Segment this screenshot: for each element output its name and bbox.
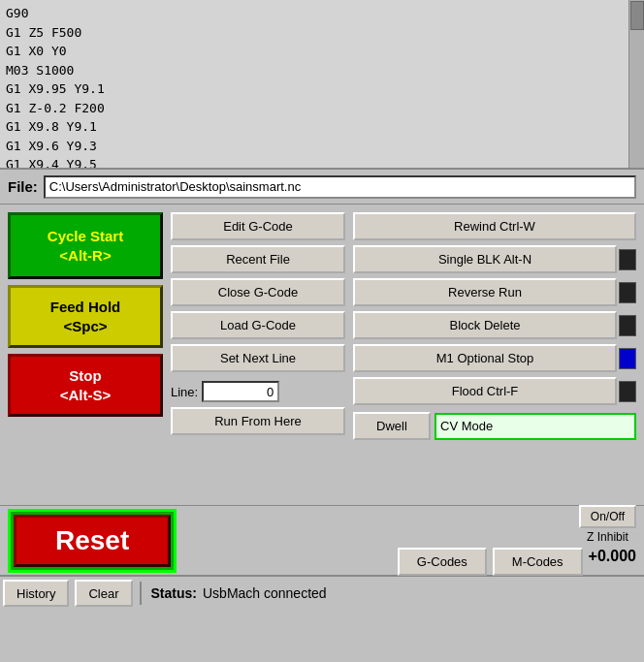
main-controls: Cycle Start <Alt-R> Feed Hold <Spc> Stop… <box>0 205 644 505</box>
reset-button-wrapper: Reset <box>8 509 177 573</box>
reverse-run-button[interactable]: Reverse Run <box>353 278 617 306</box>
flood-indicator <box>619 381 636 402</box>
middle-controls: Edit G-Code Recent File Close G-Code Loa… <box>171 212 345 497</box>
optional-stop-indicator <box>619 348 636 369</box>
close-gcode-button[interactable]: Close G-Code <box>171 278 345 306</box>
reset-button[interactable]: Reset <box>14 515 171 567</box>
status-bar: History Clear Status: UsbMach connected <box>0 575 644 610</box>
cycle-start-button[interactable]: Cycle Start <Alt-R> <box>8 212 163 279</box>
z-value-display: +0.000 <box>589 548 636 576</box>
gcode-line: G1 X0 Y0 <box>6 42 638 61</box>
status-label: Status: <box>151 585 197 601</box>
block-delete-button[interactable]: Block Delete <box>353 311 617 339</box>
left-controls: Cycle Start <Alt-R> Feed Hold <Spc> Stop… <box>8 212 163 497</box>
file-label: File: <box>8 178 38 195</box>
z-inhibit-label: Z Inhibit <box>587 530 628 544</box>
gcode-line: M03 S1000 <box>6 61 638 80</box>
optional-stop-row: M1 Optional Stop <box>353 344 636 372</box>
flood-row: Flood Ctrl-F <box>353 377 636 405</box>
mcodes-button[interactable]: M-Codes <box>493 548 583 576</box>
status-value: UsbMach connected <box>203 585 327 601</box>
line-number-input[interactable] <box>202 381 279 402</box>
run-from-here-button[interactable]: Run From Here <box>171 407 345 435</box>
gcode-line: G1 X9.4 Y9.5 <box>6 155 638 170</box>
right-controls: Rewind Ctrl-W Single BLK Alt-N Reverse R… <box>353 212 636 497</box>
gcode-list: G90 G1 Z5 F500 G1 X0 Y0 M03 S1000 G1 X9.… <box>0 0 644 170</box>
history-button[interactable]: History <box>3 580 69 607</box>
stop-button[interactable]: Stop <Alt-S> <box>8 354 163 417</box>
single-blk-row: Single BLK Alt-N <box>353 245 636 273</box>
feed-hold-button[interactable]: Feed Hold <Spc> <box>8 285 163 348</box>
rewind-button[interactable]: Rewind Ctrl-W <box>353 212 636 240</box>
gcode-line: G90 <box>6 4 638 23</box>
status-separator <box>140 582 142 605</box>
gcode-display: G90 G1 Z5 F500 G1 X0 Y0 M03 S1000 G1 X9.… <box>0 0 644 170</box>
gcode-line: G1 Z-0.2 F200 <box>6 99 638 118</box>
scrollbar-thumb[interactable] <box>630 1 644 30</box>
optional-stop-button[interactable]: M1 Optional Stop <box>353 344 617 372</box>
block-delete-row: Block Delete <box>353 311 636 339</box>
dwell-button[interactable]: Dwell <box>353 412 431 440</box>
gcode-line: G1 X9.95 Y9.1 <box>6 79 638 99</box>
cv-mode-input[interactable] <box>435 413 636 440</box>
recent-file-button[interactable]: Recent File <box>171 245 345 273</box>
file-path-input[interactable] <box>44 175 636 199</box>
gcode-line: G1 Z5 F500 <box>6 23 638 43</box>
gcodes-button[interactable]: G-Codes <box>398 548 487 576</box>
single-blk-button[interactable]: Single BLK Alt-N <box>353 245 617 273</box>
gcodes-mcodes-row: G-Codes M-Codes +0.000 <box>398 548 636 576</box>
edit-gcode-button[interactable]: Edit G-Code <box>171 212 345 240</box>
reset-right: On/Off Z Inhibit G-Codes M-Codes +0.000 <box>398 505 636 576</box>
reverse-run-row: Reverse Run <box>353 278 636 306</box>
gcode-scrollbar[interactable] <box>628 0 644 168</box>
file-area: File: <box>0 170 644 205</box>
clear-button[interactable]: Clear <box>75 580 132 607</box>
line-row: Line: <box>171 381 345 402</box>
gcode-line: G1 X9.6 Y9.3 <box>6 137 638 156</box>
on-off-button[interactable]: On/Off <box>579 505 636 528</box>
set-next-line-button[interactable]: Set Next Line <box>171 344 345 372</box>
block-delete-indicator <box>619 315 636 336</box>
single-blk-indicator <box>619 249 636 270</box>
on-off-area: On/Off Z Inhibit <box>579 505 636 544</box>
load-gcode-button[interactable]: Load G-Code <box>171 311 345 339</box>
flood-button[interactable]: Flood Ctrl-F <box>353 377 617 405</box>
reverse-run-indicator <box>619 282 636 303</box>
dwell-cv-row: Dwell <box>353 412 636 440</box>
reset-area: Reset On/Off Z Inhibit G-Codes M-Codes +… <box>0 505 644 575</box>
line-label: Line: <box>171 385 198 399</box>
gcode-line: G1 X9.8 Y9.1 <box>6 117 638 137</box>
